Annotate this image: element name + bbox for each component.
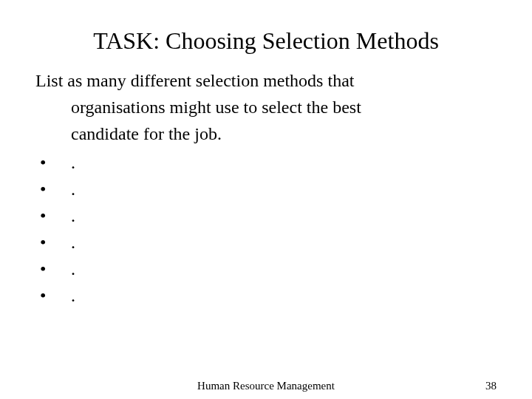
list-item-text: . xyxy=(71,176,75,202)
bullet-icon: • xyxy=(35,256,71,282)
list-item: • . xyxy=(35,256,497,282)
list-item-text: . xyxy=(71,229,75,256)
body-line-3: candidate for the job. xyxy=(35,123,497,145)
bullet-icon: • xyxy=(35,202,71,229)
list-item: • . xyxy=(35,229,497,256)
bullet-icon: • xyxy=(35,176,71,202)
list-item: • . xyxy=(35,202,497,229)
body-line-1: List as many different selection methods… xyxy=(35,69,497,92)
list-item: • . xyxy=(35,149,497,176)
bullet-icon: • xyxy=(35,149,71,176)
list-item-text: . xyxy=(71,282,75,309)
list-item: • . xyxy=(35,282,497,309)
list-item-text: . xyxy=(71,149,75,176)
bullet-icon: • xyxy=(35,282,71,309)
body-line-2: organisations might use to select the be… xyxy=(35,96,497,118)
slide: TASK: Choosing Selection Methods List as… xyxy=(0,0,532,399)
list-item: • . xyxy=(35,176,497,202)
list-item-text: . xyxy=(71,256,75,282)
page-number: 38 xyxy=(485,380,497,392)
body-text: List as many different selection methods… xyxy=(35,69,497,145)
footer-center-text: Human Resource Management xyxy=(197,380,335,392)
bullet-list: • . • . • . • . • . • . xyxy=(35,149,497,309)
list-item-text: . xyxy=(71,202,75,229)
bullet-icon: • xyxy=(35,229,71,256)
slide-title: TASK: Choosing Selection Methods xyxy=(35,27,497,55)
